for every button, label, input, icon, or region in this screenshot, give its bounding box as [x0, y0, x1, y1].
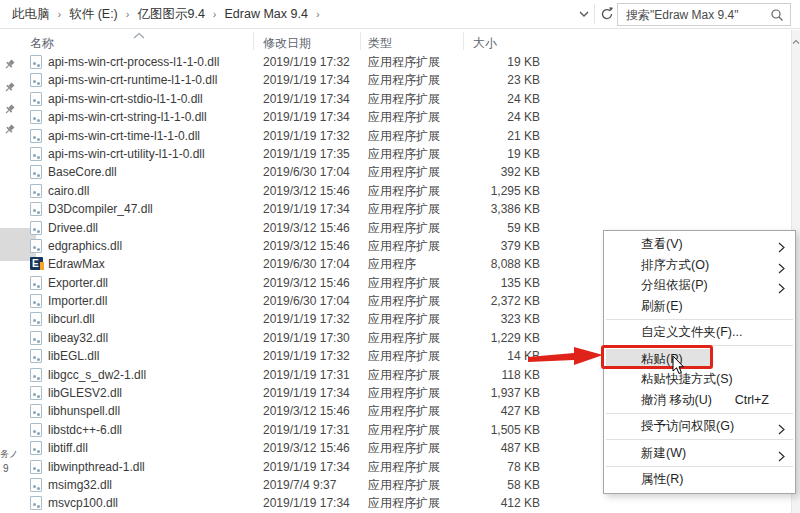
- dll-file-icon: [30, 184, 42, 198]
- dll-file-icon: [30, 239, 42, 253]
- file-size: 78 KB: [420, 458, 540, 476]
- file-row[interactable]: api-ms-win-crt-stdio-l1-1-0.dll 2019/1/1…: [0, 90, 790, 108]
- file-type: 应用程序: [368, 255, 416, 273]
- dll-file-icon: [30, 147, 42, 161]
- file-size: 8,088 KB: [420, 255, 540, 273]
- file-name: api-ms-win-crt-utility-l1-1-0.dll: [48, 145, 205, 163]
- menu-item-label: 属性(R): [641, 472, 683, 486]
- menu-item-label: 新建(W): [641, 446, 686, 460]
- dll-file-icon: [30, 312, 42, 326]
- search-input[interactable]: [626, 4, 766, 25]
- file-name: cairo.dll: [48, 182, 89, 200]
- column-header-size[interactable]: 大小: [473, 35, 497, 52]
- search-box[interactable]: [617, 3, 791, 26]
- address-bar[interactable]: 此电脑›软件 (E:)›亿图图示9.4›Edraw Max 9.4›: [0, 0, 800, 28]
- menu-separator: [606, 413, 793, 414]
- file-size: 1,505 KB: [420, 421, 540, 439]
- dll-file-icon: [30, 221, 42, 235]
- dll-file-icon: [30, 478, 42, 492]
- sort-ascending-icon: [132, 29, 146, 43]
- context-menu-item[interactable]: 分组依据(P): [604, 275, 795, 296]
- search-icon[interactable]: [770, 8, 784, 26]
- file-row[interactable]: api-ms-win-crt-utility-l1-1-0.dll 2019/1…: [0, 145, 790, 163]
- breadcrumb-item[interactable]: 此电脑: [8, 6, 54, 23]
- chevron-down-icon[interactable]: [577, 6, 591, 22]
- file-size: 23 KB: [420, 71, 540, 89]
- file-date: 2019/1/19 17:30: [263, 329, 350, 347]
- file-name: api-ms-win-crt-runtime-l1-1-0.dll: [48, 71, 217, 89]
- file-name: api-ms-win-crt-stdio-l1-1-0.dll: [48, 90, 203, 108]
- divider: [594, 4, 595, 24]
- chevron-right-icon: [778, 260, 785, 281]
- file-name: libhunspell.dll: [48, 402, 120, 420]
- context-menu-item[interactable]: 排序方式(O): [604, 255, 795, 276]
- refresh-icon[interactable]: [599, 5, 615, 23]
- file-name: libgcc_s_dw2-1.dll: [48, 366, 146, 384]
- menu-item-label: 授予访问权限(G): [641, 419, 734, 433]
- file-row[interactable]: msvcp100.dll 2019/1/19 17:34 应用程序扩展 412 …: [0, 494, 790, 512]
- context-menu-item[interactable]: 粘贴快捷方式(S): [604, 369, 795, 390]
- divider: [0, 28, 800, 29]
- breadcrumb: 此电脑›软件 (E:)›亿图图示9.4›Edraw Max 9.4›: [8, 0, 324, 28]
- context-menu-item[interactable]: 属性(R): [604, 469, 795, 490]
- file-date: 2019/1/19 17:34: [263, 90, 350, 108]
- chevron-right-icon: [778, 421, 785, 442]
- file-row[interactable]: api-ms-win-crt-runtime-l1-1-0.dll 2019/1…: [0, 71, 790, 89]
- file-date: 2019/1/19 17:31: [263, 366, 350, 384]
- dll-file-icon: [30, 110, 42, 124]
- column-header-type[interactable]: 类型: [368, 35, 392, 52]
- context-menu-item[interactable]: 查看(V): [604, 234, 795, 255]
- dll-file-icon: [30, 73, 42, 87]
- context-menu-item[interactable]: 授予访问权限(G): [604, 416, 795, 437]
- context-menu-item[interactable]: 撤消 移动(U) Ctrl+Z: [604, 390, 795, 411]
- dll-file-icon: [30, 460, 42, 474]
- divider: [360, 32, 361, 50]
- file-name: api-ms-win-crt-string-l1-1-0.dll: [48, 108, 207, 126]
- file-size: 392 KB: [420, 163, 540, 181]
- file-name: msvcp100.dll: [48, 494, 118, 512]
- file-row[interactable]: api-ms-win-crt-time-l1-1-0.dll 2019/1/19…: [0, 127, 790, 145]
- file-row[interactable]: D3Dcompiler_47.dll 2019/1/19 17:34 应用程序扩…: [0, 200, 790, 218]
- breadcrumb-separator: ›: [54, 8, 66, 20]
- dll-file-icon: [30, 276, 42, 290]
- file-size: 427 KB: [420, 402, 540, 420]
- file-name: BaseCore.dll: [48, 163, 117, 181]
- file-size: 21 KB: [420, 127, 540, 145]
- file-size: 118 KB: [420, 366, 540, 384]
- column-header-name[interactable]: 名称: [30, 35, 54, 52]
- file-size: 412 KB: [420, 494, 540, 512]
- file-row[interactable]: cairo.dll 2019/3/12 15:46 应用程序扩展 1,295 K…: [0, 182, 790, 200]
- file-name: libstdc++-6.dll: [48, 421, 122, 439]
- file-date: 2019/6/30 17:04: [263, 292, 350, 310]
- file-row[interactable]: api-ms-win-crt-string-l1-1-0.dll 2019/1/…: [0, 108, 790, 126]
- file-date: 2019/1/19 17:32: [263, 127, 350, 145]
- file-size: 2,372 KB: [420, 292, 540, 310]
- file-size: 1,229 KB: [420, 329, 540, 347]
- context-menu-item[interactable]: 新建(W): [604, 443, 795, 464]
- file-date: 2019/1/19 17:34: [263, 384, 350, 402]
- context-menu-item[interactable]: 自定义文件夹(F)...: [604, 322, 795, 343]
- menu-item-label: 刷新(E): [641, 299, 683, 313]
- file-name: Drivee.dll: [48, 219, 98, 237]
- dll-file-icon: [30, 404, 42, 418]
- file-name: edgraphics.dll: [48, 237, 122, 255]
- breadcrumb-item[interactable]: 软件 (E:): [65, 6, 122, 23]
- file-row[interactable]: api-ms-win-crt-process-l1-1-0.dll 2019/1…: [0, 53, 790, 71]
- scroll-up-icon[interactable]: [792, 31, 800, 49]
- file-name: Importer.dll: [48, 292, 107, 310]
- file-row[interactable]: BaseCore.dll 2019/6/30 17:04 应用程序扩展 392 …: [0, 163, 790, 181]
- chevron-right-icon: [778, 448, 785, 469]
- dll-file-icon: [30, 441, 42, 455]
- breadcrumb-item[interactable]: 亿图图示9.4: [133, 6, 208, 23]
- breadcrumb-item[interactable]: Edraw Max 9.4: [221, 7, 312, 21]
- column-header-date[interactable]: 修改日期: [263, 35, 311, 52]
- file-size: 14 KB: [420, 347, 540, 365]
- dll-file-icon: [30, 423, 42, 437]
- file-size: 59 KB: [420, 219, 540, 237]
- dll-file-icon: [30, 386, 42, 400]
- file-size: 19 KB: [420, 145, 540, 163]
- file-size: 135 KB: [420, 274, 540, 292]
- file-name: Exporter.dll: [48, 274, 108, 292]
- file-size: 58 KB: [420, 476, 540, 494]
- context-menu-item[interactable]: 刷新(E): [604, 296, 795, 317]
